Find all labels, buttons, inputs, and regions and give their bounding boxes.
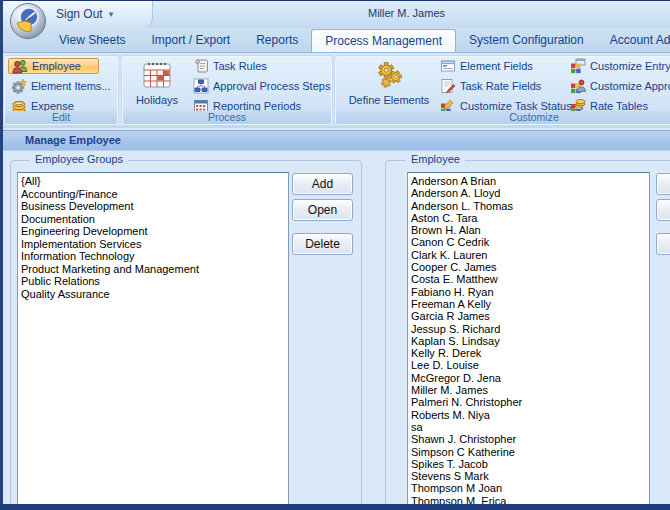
list-item[interactable]: Shawn J. Christopher bbox=[411, 433, 649, 445]
employee-listbox[interactable]: Anderson A BrianAnderson A. LloydAnderso… bbox=[407, 172, 650, 510]
list-item[interactable]: Miller M. James bbox=[411, 384, 649, 396]
list-item[interactable]: Fabiano H. Ryan bbox=[411, 286, 649, 298]
list-item[interactable]: Accounting/Finance bbox=[21, 188, 288, 201]
delete-button[interactable]: Delete bbox=[292, 233, 353, 255]
list-item[interactable]: Anderson L. Thomas bbox=[411, 200, 649, 212]
employee-groups-listbox[interactable]: {All}Accounting/FinanceBusiness Developm… bbox=[17, 172, 289, 510]
employee-panel-button-clipped-2[interactable] bbox=[656, 199, 670, 221]
list-item[interactable]: Business Development bbox=[21, 200, 288, 213]
list-item[interactable]: Brown H. Alan bbox=[411, 224, 649, 236]
list-item[interactable]: Freeman A Kelly bbox=[411, 298, 649, 310]
approval-process-steps-button[interactable]: Approval Process Steps bbox=[190, 78, 333, 94]
list-item[interactable]: Canon C Cedrik bbox=[411, 236, 649, 248]
list-item[interactable]: Lee D. Louise bbox=[411, 359, 649, 371]
employee-button[interactable]: Employee bbox=[8, 58, 99, 74]
employee-panel-button-clipped-3[interactable] bbox=[656, 233, 670, 255]
tab-view-sheets[interactable]: View Sheets bbox=[46, 28, 139, 52]
list-item[interactable]: Product Marketing and Management bbox=[21, 263, 288, 276]
list-item[interactable]: Spikes T. Jacob bbox=[411, 458, 649, 470]
ribbon: Employee Element Items... bbox=[0, 53, 670, 128]
list-item[interactable]: Aston C. Tara bbox=[411, 212, 649, 224]
sign-out-caret-icon: ▾ bbox=[109, 9, 114, 19]
window-title: Miller M. James bbox=[368, 7, 445, 19]
employee-panel-button-clipped-1[interactable] bbox=[656, 173, 670, 195]
holidays-button[interactable]: Holidays bbox=[128, 58, 186, 112]
ribbon-group-customize: Define Elements Element Fields bbox=[334, 55, 670, 126]
list-item[interactable]: Documentation bbox=[21, 213, 288, 226]
holidays-button-label: Holidays bbox=[136, 94, 178, 106]
employee-groups-legend: Employee Groups bbox=[30, 153, 128, 166]
list-item[interactable]: sa bbox=[411, 421, 649, 433]
element-fields-icon bbox=[440, 58, 456, 74]
element-items-icon bbox=[11, 78, 27, 94]
list-item[interactable]: Engineering Development bbox=[21, 225, 288, 238]
page-title-bar: Manage Employee bbox=[0, 130, 670, 151]
customize-entry-icon bbox=[570, 58, 586, 74]
ribbon-group-process: Holidays Task Rules bbox=[121, 55, 333, 126]
define-elements-icon bbox=[374, 60, 404, 90]
approval-process-steps-icon bbox=[193, 78, 209, 94]
customize-approval-icon bbox=[570, 78, 586, 94]
list-item[interactable]: {All} bbox=[21, 175, 288, 188]
element-items-button-label: Element Items... bbox=[31, 80, 110, 92]
tab-account-administration[interactable]: Account Administration bbox=[597, 28, 670, 52]
list-item[interactable]: Roberts M. Niya bbox=[411, 409, 649, 421]
window-top-border bbox=[0, 0, 670, 1]
customize-entry-button-label: Customize Entry bbox=[590, 60, 670, 72]
tab-system-configuration[interactable]: System Configuration bbox=[456, 28, 597, 52]
list-item[interactable]: Jessup S. Richard bbox=[411, 323, 649, 335]
add-button[interactable]: Add bbox=[292, 173, 353, 195]
element-fields-button[interactable]: Element Fields bbox=[437, 58, 536, 74]
list-item[interactable]: Anderson A. Lloyd bbox=[411, 187, 649, 199]
open-button[interactable]: Open bbox=[292, 199, 353, 221]
tab-process-management[interactable]: Process Management bbox=[311, 29, 456, 52]
holidays-icon bbox=[142, 60, 172, 90]
task-rate-fields-icon bbox=[440, 78, 456, 94]
task-rules-button-label: Task Rules bbox=[213, 60, 267, 72]
ribbon-group-label-customize: Customize bbox=[336, 111, 670, 124]
list-item[interactable]: Thompson M Joan bbox=[411, 482, 649, 494]
ribbon-group-label-process: Process bbox=[123, 111, 331, 124]
list-item[interactable]: Costa E. Matthew bbox=[411, 273, 649, 285]
list-item[interactable]: Quality Assurance bbox=[21, 288, 288, 301]
ribbon-tab-row: View Sheets Import / Export Reports Proc… bbox=[0, 28, 670, 53]
list-item[interactable]: Clark K. Lauren bbox=[411, 249, 649, 261]
list-item[interactable]: Public Relations bbox=[21, 275, 288, 288]
employee-icon bbox=[12, 58, 28, 74]
ribbon-group-label-edit: Edit bbox=[5, 111, 117, 124]
tab-import-export[interactable]: Import / Export bbox=[139, 28, 244, 52]
list-item[interactable]: Simpson C Katherine bbox=[411, 446, 649, 458]
list-item[interactable]: Anderson A Brian bbox=[411, 175, 649, 187]
list-item[interactable]: Palmeri N. Christopher bbox=[411, 396, 649, 408]
employee-button-label: Employee bbox=[32, 60, 81, 72]
element-items-button[interactable]: Element Items... bbox=[8, 78, 116, 94]
list-item[interactable]: McGregor D. Jena bbox=[411, 372, 649, 384]
ribbon-group-edit: Employee Element Items... bbox=[3, 55, 119, 126]
tab-reports[interactable]: Reports bbox=[243, 28, 311, 52]
app-orb-icon[interactable] bbox=[9, 2, 47, 40]
employee-legend: Employee bbox=[406, 153, 465, 166]
sign-out-button[interactable]: Sign Out ▾ bbox=[56, 7, 113, 21]
page-title: Manage Employee bbox=[25, 134, 121, 146]
window-bottom-border bbox=[0, 504, 670, 510]
task-rate-fields-button[interactable]: Task Rate Fields bbox=[437, 78, 544, 94]
define-elements-button-label: Define Elements bbox=[349, 94, 430, 106]
list-item[interactable]: Cooper C. James bbox=[411, 261, 649, 273]
list-item[interactable]: Information Technology bbox=[21, 250, 288, 263]
define-elements-button[interactable]: Define Elements bbox=[343, 58, 435, 112]
list-item[interactable]: Kelly R. Derek bbox=[411, 347, 649, 359]
list-item[interactable]: Stevens S Mark bbox=[411, 470, 649, 482]
list-item[interactable]: Implementation Services bbox=[21, 238, 288, 251]
customize-approval-button-label: Customize Appro bbox=[590, 80, 670, 92]
list-item[interactable]: Kaplan S. Lindsay bbox=[411, 335, 649, 347]
customize-approval-button[interactable]: Customize Appro bbox=[567, 78, 670, 94]
approval-process-steps-button-label: Approval Process Steps bbox=[213, 80, 330, 92]
sign-out-label: Sign Out bbox=[56, 7, 103, 21]
customize-entry-button[interactable]: Customize Entry bbox=[567, 58, 670, 74]
element-fields-button-label: Element Fields bbox=[460, 60, 533, 72]
list-item[interactable]: Garcia R James bbox=[411, 310, 649, 322]
task-rules-button[interactable]: Task Rules bbox=[190, 58, 270, 74]
task-rate-fields-button-label: Task Rate Fields bbox=[460, 80, 541, 92]
task-rules-icon bbox=[193, 58, 209, 74]
window-left-border bbox=[0, 0, 3, 510]
